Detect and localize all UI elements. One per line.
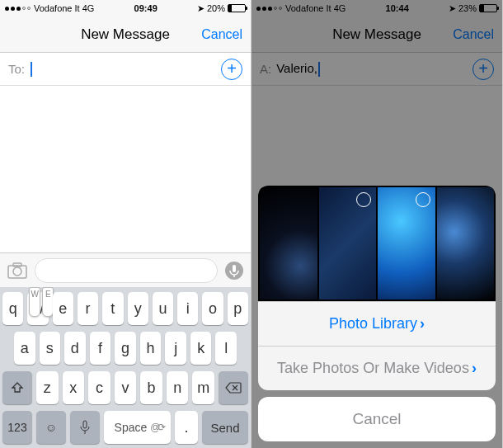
- cancel-button[interactable]: Cancel: [201, 27, 242, 42]
- key-r[interactable]: r: [78, 292, 98, 325]
- svg-point-1: [13, 267, 21, 276]
- status-bar: Vodafone It 4G 10:44 ➤ 23%: [252, 0, 502, 17]
- svg-rect-4: [233, 265, 236, 272]
- clock: 09:49: [134, 3, 157, 13]
- battery-percent: 23%: [458, 3, 477, 13]
- keyboard-row-3: z x c v b n m: [2, 371, 248, 404]
- nav-bar: New Message Cancel: [0, 17, 251, 53]
- key-k[interactable]: k: [190, 332, 212, 365]
- add-recipient-button[interactable]: +: [221, 59, 242, 80]
- message-text-input[interactable]: [35, 258, 218, 283]
- battery-icon: [228, 4, 246, 12]
- send-button[interactable]: Send: [202, 411, 248, 444]
- selection-circle-icon: [356, 192, 371, 207]
- keyboard-row-2: a s d f g h j k l: [2, 332, 248, 365]
- photo-thumbnail[interactable]: [319, 187, 377, 299]
- emoji-icon: ☺: [45, 421, 57, 434]
- signal-strength-icon: [256, 7, 282, 11]
- camera-icon[interactable]: [7, 262, 28, 279]
- key-l[interactable]: l: [215, 332, 237, 365]
- selection-circle-icon: [416, 192, 430, 207]
- photo-thumbnail[interactable]: [437, 187, 495, 299]
- key-o[interactable]: o: [202, 292, 223, 325]
- attachment-action-sheet: Photo Library› Take Photos Or Make Video…: [252, 179, 502, 448]
- cancel-sheet-button[interactable]: Cancel: [258, 397, 496, 441]
- photo-thumbnail[interactable]: [260, 187, 317, 299]
- key-u[interactable]: u: [153, 292, 173, 325]
- shift-icon: [11, 381, 24, 394]
- backspace-key[interactable]: [219, 371, 248, 404]
- recent-photos-strip[interactable]: [258, 186, 496, 301]
- chevron-right-icon: ›: [472, 360, 477, 377]
- key-i[interactable]: i: [177, 292, 198, 325]
- chevron-right-icon: ›: [420, 315, 425, 332]
- keyboard-row-1: q w WE e r t y u i o p: [2, 292, 248, 325]
- backspace-icon: [225, 382, 242, 394]
- to-label: To:: [8, 62, 25, 76]
- recipient-input[interactable]: [30, 61, 216, 77]
- key-f[interactable]: f: [90, 332, 111, 365]
- key-g[interactable]: g: [115, 332, 136, 365]
- key-y[interactable]: y: [128, 292, 148, 325]
- recipient-row[interactable]: To: +: [0, 53, 251, 86]
- plus-icon: +: [478, 59, 488, 78]
- key-m[interactable]: m: [192, 371, 214, 404]
- key-w[interactable]: w WE: [27, 292, 48, 325]
- message-body[interactable]: [0, 86, 251, 252]
- battery-icon: [479, 4, 497, 12]
- carrier-label: Vodafone It 4G: [34, 3, 94, 13]
- key-a[interactable]: a: [14, 332, 35, 365]
- cancel-button[interactable]: Cancel: [453, 27, 494, 42]
- key-d[interactable]: d: [64, 332, 86, 365]
- key-z[interactable]: z: [36, 371, 59, 404]
- key-q[interactable]: q: [2, 292, 23, 325]
- key-popup-W[interactable]: W: [29, 287, 40, 317]
- carrier-label: Vodafone It 4G: [285, 3, 346, 13]
- add-recipient-button[interactable]: +: [472, 59, 494, 80]
- message-input-bar: [0, 252, 251, 287]
- recipient-row[interactable]: A: Valerio, +: [252, 53, 502, 86]
- space-key[interactable]: Space @ ⟳: [104, 411, 171, 444]
- plus-icon: +: [227, 59, 237, 78]
- location-icon: ➤: [197, 3, 204, 14]
- page-title: New Message: [81, 26, 170, 43]
- microphone-icon[interactable]: [224, 261, 244, 281]
- status-bar: Vodafone It 4G 09:49 ➤ 20%: [0, 0, 251, 17]
- to-label: A:: [260, 62, 271, 76]
- key-x[interactable]: x: [63, 371, 85, 404]
- microphone-icon: [80, 420, 90, 435]
- key-b[interactable]: b: [140, 371, 162, 404]
- key-t[interactable]: t: [102, 292, 123, 325]
- key-c[interactable]: c: [88, 371, 110, 404]
- svg-rect-2: [13, 263, 21, 266]
- svg-rect-5: [83, 421, 87, 428]
- key-p[interactable]: p: [228, 292, 248, 325]
- take-photo-button[interactable]: Take Photos Or Make Videos›: [258, 346, 496, 390]
- key-v[interactable]: v: [115, 371, 137, 404]
- key-e[interactable]: e: [53, 292, 73, 325]
- shift-key[interactable]: [2, 371, 32, 404]
- photo-thumbnail[interactable]: [378, 187, 435, 299]
- page-title: New Message: [332, 26, 421, 43]
- signal-strength-icon: [5, 7, 31, 11]
- period-key[interactable]: .: [175, 411, 198, 444]
- key-s[interactable]: s: [40, 332, 61, 365]
- phone-right-attachment-sheet: Vodafone It 4G 10:44 ➤ 23% New Message C…: [252, 0, 503, 448]
- recipient-input[interactable]: Valerio,: [276, 61, 468, 77]
- phone-left-compose: Vodafone It 4G 09:49 ➤ 20% New Message C…: [0, 0, 252, 448]
- key-n[interactable]: n: [167, 371, 189, 404]
- keyboard-row-4: 123 ☺ Space @ ⟳ . Send: [2, 411, 248, 444]
- key-j[interactable]: j: [165, 332, 186, 365]
- photo-library-button[interactable]: Photo Library›: [258, 301, 496, 346]
- clock: 10:44: [386, 3, 409, 13]
- key-h[interactable]: h: [140, 332, 162, 365]
- emoji-key[interactable]: ☺: [36, 411, 66, 444]
- location-icon: ➤: [449, 3, 456, 14]
- battery-percent: 20%: [207, 3, 225, 13]
- numbers-key[interactable]: 123: [2, 411, 32, 444]
- dictation-key[interactable]: [70, 411, 100, 444]
- keyboard: q w WE e r t y u i o p a s d f g h j: [0, 287, 251, 448]
- nav-bar: New Message Cancel: [252, 17, 502, 53]
